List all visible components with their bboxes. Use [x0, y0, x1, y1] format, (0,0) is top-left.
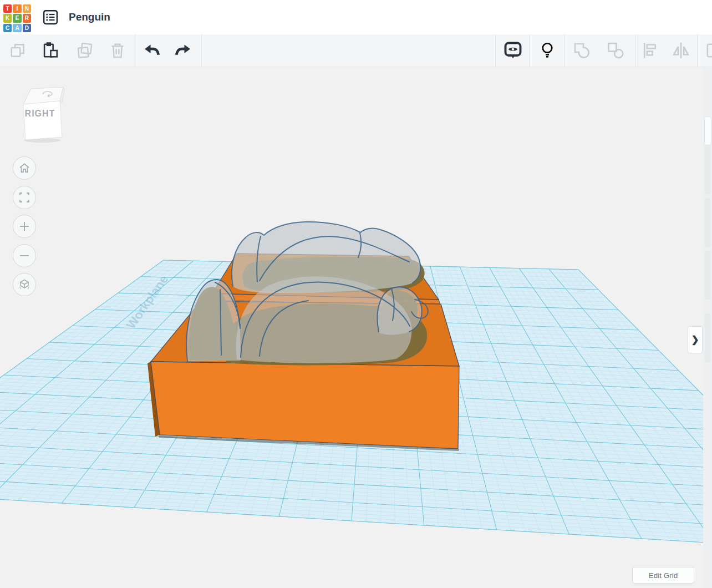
- logo-tile: N: [23, 4, 31, 13]
- paste-icon[interactable]: [39, 39, 61, 62]
- logo-tile: R: [23, 14, 31, 22]
- logo-tile: I: [13, 4, 21, 13]
- toolbar-separator: [495, 34, 496, 67]
- penguin-hole-front[interactable]: [186, 276, 428, 365]
- panel-item-ghost: [705, 251, 711, 300]
- toolbar-separator: [201, 34, 202, 67]
- toolbar-separator: [697, 34, 698, 67]
- copy-icon[interactable]: [7, 39, 29, 62]
- logo-tile: A: [13, 24, 21, 32]
- undo-icon[interactable]: [140, 39, 162, 62]
- delete-icon[interactable]: [106, 39, 129, 62]
- edit-grid-button[interactable]: Edit Grid: [632, 567, 694, 584]
- view-cube[interactable]: RIGHT: [14, 81, 68, 148]
- redo-icon[interactable]: [172, 39, 195, 62]
- hide-lightbulb-icon[interactable]: [536, 39, 558, 62]
- logo-tile: K: [3, 14, 12, 22]
- toolbar-separator: [529, 34, 530, 67]
- zoom-in-button[interactable]: [13, 215, 36, 238]
- panel-item-ghost: [705, 145, 711, 194]
- panel-item-ghost: [705, 313, 711, 362]
- logo-tile: E: [13, 14, 21, 22]
- group-icon[interactable]: [571, 39, 593, 62]
- logo-tile: T: [3, 4, 12, 13]
- zoom-out-button[interactable]: [13, 244, 36, 267]
- duplicate-icon[interactable]: [74, 39, 96, 62]
- toolbar-separator: [135, 34, 135, 67]
- align-icon[interactable]: [639, 39, 661, 62]
- expand-panel-button[interactable]: ❯: [688, 326, 703, 353]
- tinkercad-logo[interactable]: TINKERCAD: [3, 4, 31, 32]
- design-canvas[interactable]: Workplane: [0, 0, 712, 588]
- toolbar: [0, 34, 712, 67]
- ungroup-icon[interactable]: [604, 39, 627, 62]
- collapsed-panel-strip: [703, 67, 712, 588]
- fit-view-button[interactable]: [13, 186, 36, 209]
- mirror-icon[interactable]: [670, 39, 692, 62]
- logo-tile: C: [3, 24, 12, 32]
- panel-item-ghost: [705, 198, 711, 247]
- panel-scrollbar-thumb[interactable]: [704, 116, 711, 145]
- toolbar-separator: [635, 34, 636, 67]
- logo-tile: D: [23, 24, 31, 32]
- show-all-icon[interactable]: [502, 39, 524, 62]
- view-cube-face-label[interactable]: RIGHT: [22, 109, 58, 119]
- home-view-button[interactable]: [13, 156, 36, 180]
- orthographic-toggle-button[interactable]: [13, 273, 36, 296]
- header-bar: TINKERCAD Penguin: [0, 0, 712, 35]
- clipped-edge-icon[interactable]: [704, 39, 712, 62]
- design-title[interactable]: Penguin: [69, 11, 110, 23]
- design-menu-icon[interactable]: [42, 9, 59, 26]
- toolbar-separator: [564, 34, 564, 67]
